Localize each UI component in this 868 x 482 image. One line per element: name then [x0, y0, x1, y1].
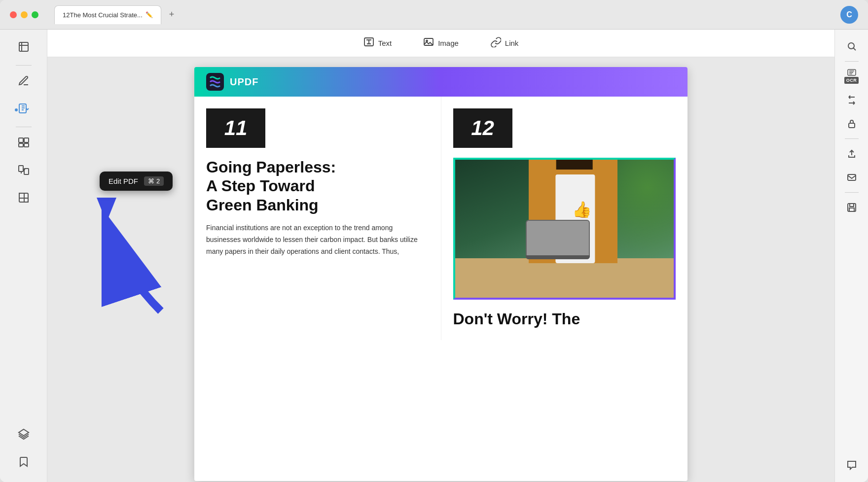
svg-point-16	[426, 40, 428, 42]
toolbar-image[interactable]: Image	[417, 34, 465, 53]
sidebar-divider-1	[16, 65, 32, 66]
shortcut-symbol: ⌘	[148, 177, 154, 185]
tab-edit-icon[interactable]: ✏️	[145, 11, 153, 18]
toolbar-text[interactable]: Text	[358, 34, 398, 53]
left-section-title: Going Paperless:A Step TowardGreen Banki…	[206, 158, 429, 214]
right-panel-divider-1	[845, 61, 859, 62]
section-image-container: 👍	[453, 158, 676, 300]
svg-rect-5	[24, 138, 29, 142]
section-image: 👍	[455, 160, 674, 298]
maximize-button[interactable]	[32, 11, 38, 18]
sidebar-item-bookmark[interactable]	[11, 450, 36, 476]
bookmark-icon	[18, 456, 30, 471]
pdf-page: UPDF 11 Going Paperless:A Step TowardGre…	[194, 67, 687, 481]
pdf-right-column: 12	[441, 97, 688, 340]
svg-point-20	[848, 43, 854, 49]
edit-pdf-icon	[18, 103, 30, 117]
tab-title: 12The Most Crucial Strate...	[63, 11, 143, 19]
pdf-columns: 11 Going Paperless:A Step TowardGreen Ba…	[194, 97, 687, 340]
traffic-lights	[10, 11, 38, 18]
active-tab[interactable]: 12The Most Crucial Strate... ✏️	[54, 5, 161, 24]
pdf-left-column: 11 Going Paperless:A Step TowardGreen Ba…	[194, 97, 441, 340]
left-sidebar	[0, 30, 47, 482]
shortcut-badge: ⌘ 2	[144, 176, 164, 186]
new-tab-button[interactable]: +	[165, 7, 179, 22]
main-layout: Text Image	[0, 30, 868, 482]
sidebar-item-annotate[interactable]	[11, 69, 36, 95]
ocr-label: OCR	[844, 77, 859, 84]
edit-pdf-tooltip: Edit PDF ⌘ 2	[100, 172, 173, 191]
sidebar-divider-2	[16, 127, 32, 127]
sidebar-item-layers[interactable]	[11, 423, 36, 448]
right-panel-ocr[interactable]: OCR	[841, 66, 863, 87]
svg-rect-25	[850, 204, 854, 207]
sidebar-item-protect[interactable]	[11, 186, 36, 212]
left-section-body: Financial institutions are not an except…	[206, 222, 429, 257]
text-icon	[363, 36, 374, 50]
right-panel-convert[interactable]	[841, 89, 863, 111]
convert-icon	[18, 164, 30, 179]
svg-rect-26	[849, 208, 854, 211]
protect-icon	[18, 192, 30, 207]
right-panel-divider-2	[845, 138, 859, 139]
annotate-icon	[18, 75, 30, 90]
active-indicator	[15, 108, 18, 111]
pdf-canvas[interactable]: UPDF 11 Going Paperless:A Step TowardGre…	[47, 57, 834, 482]
image-icon	[423, 36, 434, 50]
right-panel-share[interactable]	[841, 143, 863, 165]
svg-rect-8	[19, 166, 23, 172]
close-button[interactable]	[10, 11, 17, 18]
toolbar: Text Image	[47, 30, 834, 57]
app-window: 12The Most Crucial Strate... ✏️ + C	[0, 0, 868, 482]
svg-rect-23	[848, 174, 856, 180]
link-label: Link	[505, 39, 519, 47]
updf-logo-mark	[206, 73, 224, 91]
right-panel-save[interactable]	[841, 197, 863, 218]
svg-rect-22	[849, 123, 855, 128]
content-area: UPDF 11 Going Paperless:A Step TowardGre…	[47, 57, 834, 482]
svg-rect-4	[19, 138, 23, 142]
svg-rect-6	[19, 143, 23, 147]
svg-rect-7	[24, 143, 29, 147]
sidebar-item-edit-pdf[interactable]	[11, 97, 36, 123]
section-number-11: 11	[206, 108, 265, 148]
updf-logo-text: UPDF	[230, 76, 258, 88]
tab-bar: 12The Most Crucial Strate... ✏️ +	[54, 5, 178, 24]
toolbar-link[interactable]: Link	[484, 34, 525, 53]
right-panel-chat[interactable]	[841, 454, 863, 476]
library-icon	[18, 41, 30, 56]
shortcut-key: 2	[156, 177, 160, 185]
tooltip-label: Edit PDF	[108, 177, 138, 185]
svg-rect-11	[19, 193, 24, 198]
right-panel-search[interactable]	[841, 35, 863, 57]
right-section-title: Don't Worry! The	[453, 310, 676, 328]
sidebar-item-convert[interactable]	[11, 159, 36, 184]
pdf-header: UPDF	[194, 67, 687, 97]
right-panel-protect[interactable]	[841, 113, 863, 135]
right-panel-email[interactable]	[841, 167, 863, 188]
sidebar-item-organize[interactable]	[11, 131, 36, 157]
svg-rect-0	[19, 42, 28, 51]
right-panel-divider-3	[845, 192, 859, 193]
layers-icon	[18, 428, 30, 443]
link-icon	[490, 36, 501, 50]
section-number-12: 12	[453, 108, 512, 148]
text-label: Text	[378, 39, 392, 47]
user-avatar[interactable]: C	[840, 6, 858, 24]
titlebar: 12The Most Crucial Strate... ✏️ + C	[0, 0, 868, 30]
sidebar-item-library[interactable]	[11, 35, 36, 61]
minimize-button[interactable]	[21, 11, 28, 18]
organize-icon	[18, 137, 30, 151]
right-panel: OCR	[834, 30, 868, 482]
image-label: Image	[438, 39, 459, 47]
